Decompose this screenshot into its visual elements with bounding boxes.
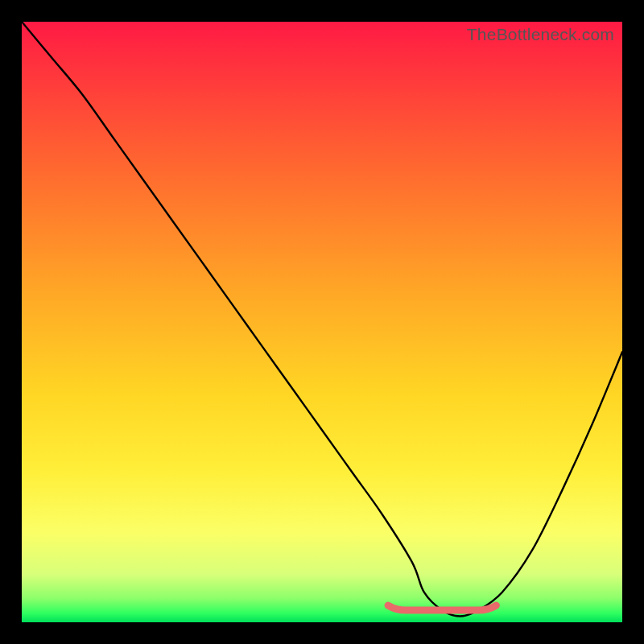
- watermark-text: TheBottleneck.com: [467, 25, 614, 44]
- optimal-range-marker: [22, 22, 622, 622]
- gradient-plot-area: TheBottleneck.com: [22, 22, 622, 622]
